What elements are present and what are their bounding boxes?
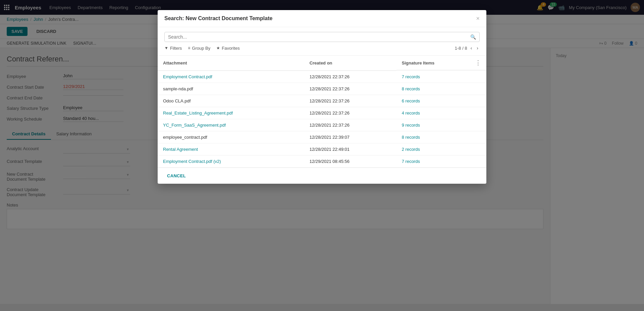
group-by-button[interactable]: ≡ Group By bbox=[188, 46, 210, 51]
filter-actions: ▼ Filters ≡ Group By ★ Favorites bbox=[164, 46, 240, 51]
modal-footer: CANCEL bbox=[158, 168, 486, 184]
table-row[interactable]: sample-nda.pdf12/28/2021 22:37:268 recor… bbox=[158, 83, 486, 95]
star-icon: ★ bbox=[216, 46, 220, 50]
results-table-container: Attachment Created on Signature Items ⋮ … bbox=[158, 56, 486, 168]
search-input-row: 🔍 bbox=[164, 32, 480, 42]
cell-created-on: 12/28/2021 22:49:01 bbox=[304, 143, 396, 156]
modal-search-area: 🔍 ▼ Filters ≡ Group By ★ Favorites bbox=[158, 27, 486, 56]
pagination-info: 1-8 / 8 bbox=[455, 46, 467, 51]
search-icon[interactable]: 🔍 bbox=[470, 34, 476, 40]
table-body: Employment Contract.pdf12/28/2021 22:37:… bbox=[158, 71, 486, 168]
prev-page-button[interactable]: ‹ bbox=[469, 45, 474, 51]
next-page-button[interactable]: › bbox=[475, 45, 480, 51]
cell-created-on: 12/28/2021 22:37:26 bbox=[304, 95, 396, 107]
cell-attachment: YC_Form_SaaS_Agreement.pdf bbox=[158, 119, 304, 131]
table-header-row: Attachment Created on Signature Items ⋮ bbox=[158, 56, 486, 71]
cell-attachment: Real_Estate_Listing_Agreement.pdf bbox=[158, 107, 304, 119]
cancel-button[interactable]: CANCEL bbox=[164, 172, 189, 180]
filters-button[interactable]: ▼ Filters bbox=[164, 46, 182, 51]
search-input[interactable] bbox=[168, 34, 468, 40]
modal-overlay: Search: New Contract Document Template ×… bbox=[0, 0, 644, 304]
cell-attachment: Employment Contract.pdf (v2) bbox=[158, 156, 304, 168]
modal-title: Search: New Contract Document Template bbox=[164, 15, 272, 21]
table-row[interactable]: employee_contract.pdf12/28/2021 22:39:07… bbox=[158, 131, 486, 143]
group-by-label: Group By bbox=[192, 46, 210, 51]
cell-created-on: 12/28/2021 22:39:07 bbox=[304, 131, 396, 143]
table-row[interactable]: Real_Estate_Listing_Agreement.pdf12/28/2… bbox=[158, 107, 486, 119]
cell-attachment: Employment Contract.pdf bbox=[158, 71, 304, 83]
modal-header: Search: New Contract Document Template × bbox=[158, 10, 486, 27]
filter-icon: ▼ bbox=[164, 46, 168, 50]
favorites-label: Favorites bbox=[222, 46, 239, 51]
col-created-on: Created on bbox=[304, 56, 396, 71]
table-row[interactable]: Employment Contract.pdf (v2)12/29/2021 0… bbox=[158, 156, 486, 168]
modal-close-button[interactable]: × bbox=[476, 15, 480, 21]
filter-row: ▼ Filters ≡ Group By ★ Favorites 1-8 / 8… bbox=[164, 45, 480, 51]
cell-signature-items: 4 records bbox=[396, 107, 486, 119]
cell-signature-items: 2 records bbox=[396, 143, 486, 156]
cell-signature-items: 7 records bbox=[396, 71, 486, 83]
cell-signature-items: 7 records bbox=[396, 156, 486, 168]
cell-signature-items: 6 records bbox=[396, 95, 486, 107]
table-row[interactable]: Employment Contract.pdf12/28/2021 22:37:… bbox=[158, 71, 486, 83]
cell-created-on: 12/28/2021 22:37:26 bbox=[304, 119, 396, 131]
cell-created-on: 12/28/2021 22:37:26 bbox=[304, 71, 396, 83]
cell-created-on: 12/29/2021 08:45:56 bbox=[304, 156, 396, 168]
search-dialog: Search: New Contract Document Template ×… bbox=[158, 10, 486, 184]
cell-created-on: 12/28/2021 22:37:26 bbox=[304, 107, 396, 119]
cell-attachment: sample-nda.pdf bbox=[158, 83, 304, 95]
cell-created-on: 12/28/2021 22:37:26 bbox=[304, 83, 396, 95]
table-row[interactable]: YC_Form_SaaS_Agreement.pdf12/28/2021 22:… bbox=[158, 119, 486, 131]
cell-signature-items: 8 records bbox=[396, 83, 486, 95]
col-signature-items: Signature Items ⋮ bbox=[396, 56, 486, 71]
column-options-button[interactable]: ⋮ bbox=[475, 59, 481, 66]
col-attachment: Attachment bbox=[158, 56, 304, 71]
favorites-button[interactable]: ★ Favorites bbox=[216, 46, 239, 51]
results-table: Attachment Created on Signature Items ⋮ … bbox=[158, 56, 486, 168]
cell-attachment: employee_contract.pdf bbox=[158, 131, 304, 143]
pagination: 1-8 / 8 ‹ › bbox=[455, 45, 480, 51]
group-by-icon: ≡ bbox=[188, 46, 190, 50]
filters-label: Filters bbox=[170, 46, 182, 51]
cell-attachment: Odoo CLA.pdf bbox=[158, 95, 304, 107]
table-row[interactable]: Rental Agreement12/28/2021 22:49:012 rec… bbox=[158, 143, 486, 156]
cell-attachment: Rental Agreement bbox=[158, 143, 304, 156]
table-row[interactable]: Odoo CLA.pdf12/28/2021 22:37:266 records bbox=[158, 95, 486, 107]
cell-signature-items: 9 records bbox=[396, 119, 486, 131]
cell-signature-items: 8 records bbox=[396, 131, 486, 143]
